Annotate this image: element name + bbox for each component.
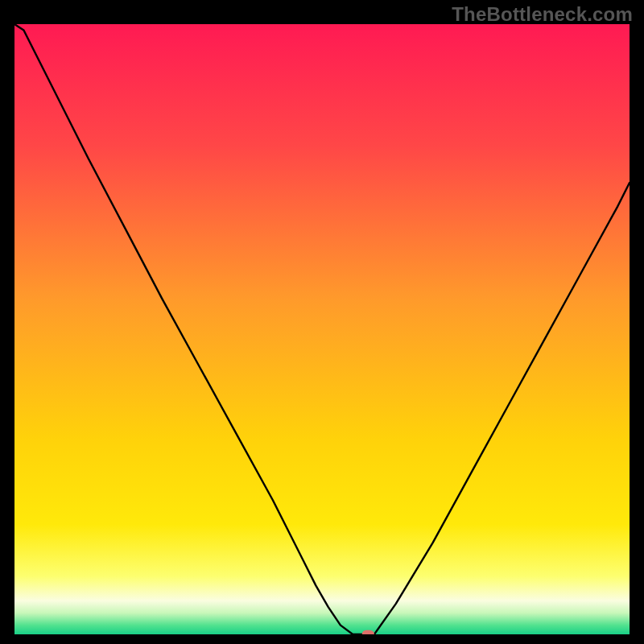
bottleneck-chart bbox=[14, 24, 630, 634]
watermark-text: TheBottleneck.com bbox=[452, 3, 633, 26]
chart-frame: TheBottleneck.com bbox=[0, 0, 644, 644]
plot-background bbox=[14, 24, 630, 634]
